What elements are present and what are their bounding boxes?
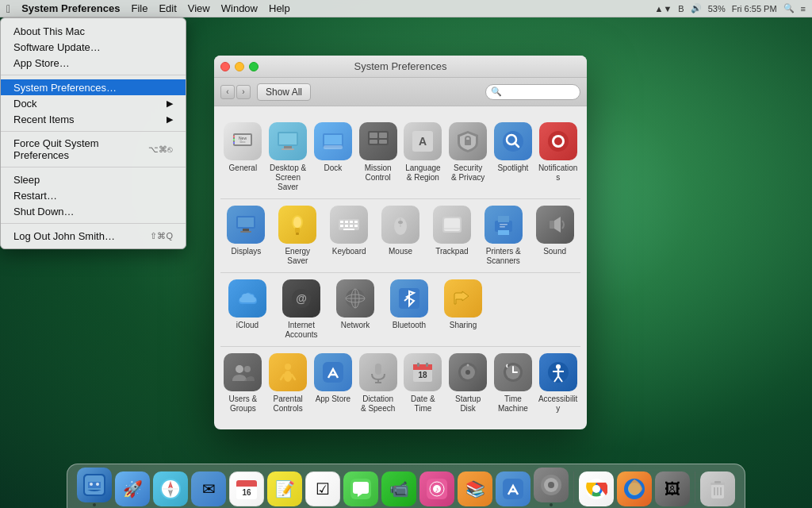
dock-item-itunes[interactable]: ♪ [419, 471, 454, 506]
svg-point-23 [503, 131, 523, 152]
dock-separator-2 [695, 471, 695, 503]
pref-internet[interactable]: @ InternetAccounts [274, 276, 328, 343]
pref-sharing[interactable]: Sharing [436, 276, 490, 333]
dock-item-finder[interactable] [77, 468, 112, 506]
app-name-menu[interactable]: System Preferences [21, 2, 120, 14]
internet-icon: @ [282, 279, 320, 318]
about-this-mac[interactable]: About This Mac [1, 23, 186, 39]
sleep-menu-item[interactable]: Sleep [1, 171, 186, 187]
pref-displays[interactable]: Displays [220, 202, 272, 260]
dock-item-calendar[interactable]: 16 [229, 471, 264, 506]
keyboard-icon [330, 206, 368, 244]
edit-menu[interactable]: Edit [159, 2, 176, 14]
pref-network[interactable]: Network [328, 276, 382, 333]
window-close-button[interactable] [220, 62, 230, 71]
dock-item-reminders[interactable]: ☑ [305, 471, 340, 506]
svg-point-49 [398, 221, 403, 224]
menu-divider-4 [1, 223, 186, 224]
pref-spotlight[interactable]: Spotlight [491, 119, 536, 176]
pref-accessibility[interactable]: Accessibility [535, 350, 580, 417]
dock-item-mail[interactable]: ✉ [191, 471, 226, 506]
svg-rect-32 [240, 231, 251, 233]
pref-desktop[interactable]: Desktop &Screen Saver [266, 119, 311, 195]
pref-language[interactable]: A Language& Region [400, 119, 446, 186]
pref-users[interactable]: Users &Groups [220, 350, 266, 417]
logout-menu-item[interactable]: Log Out John Smith… ⇧⌘Q [1, 228, 186, 244]
window-menu[interactable]: Window [221, 2, 258, 14]
svg-rect-15 [370, 133, 377, 138]
mission-label: MissionControl [365, 164, 392, 183]
dock-item-chrome[interactable] [579, 471, 614, 506]
spotlight-icon[interactable]: 🔍 [783, 3, 795, 13]
pref-dock[interactable]: Dock [311, 119, 356, 176]
svg-rect-3 [233, 139, 235, 140]
dock-item-photos[interactable]: 🖼 [655, 471, 690, 506]
forward-button[interactable]: › [236, 85, 251, 99]
dock-item-ibooks[interactable]: 📚 [458, 471, 492, 506]
dock-item-sysprefs[interactable] [534, 468, 569, 506]
notification-center-icon[interactable]: ≡ [801, 4, 806, 13]
pref-parental[interactable]: ParentalControls [266, 350, 311, 417]
view-menu[interactable]: View [188, 2, 210, 14]
pref-general[interactable]: NewDoc General [220, 119, 266, 176]
menubar:  System Preferences File Edit View Wind… [0, 0, 812, 17]
menu-section-1: About This Mac Software Update… App Stor… [1, 21, 186, 72]
dock-item-safari[interactable] [153, 471, 188, 506]
restart-menu-item[interactable]: Restart… [1, 187, 186, 203]
dock-item-trash[interactable] [700, 471, 735, 506]
language-icon: A [404, 122, 442, 160]
pref-mission[interactable]: MissionControl [355, 119, 400, 186]
svg-point-69 [236, 365, 243, 373]
search-icon: 🔍 [491, 87, 502, 97]
pref-bluetooth[interactable]: Bluetooth [382, 276, 436, 333]
desktop:  System Preferences File Edit View Wind… [0, 0, 812, 508]
software-update[interactable]: Software Update… [1, 39, 186, 55]
help-menu[interactable]: Help [269, 2, 290, 14]
pref-startup[interactable]: StartupDisk [446, 350, 491, 417]
dock-menu-item[interactable]: Dock ▶ [1, 95, 186, 111]
file-menu[interactable]: File [131, 2, 147, 14]
svg-text:18: 18 [419, 371, 428, 379]
show-all-button[interactable]: Show All [257, 83, 311, 101]
back-button[interactable]: ‹ [220, 85, 235, 99]
pref-mouse[interactable]: Mouse [375, 202, 427, 260]
pref-security[interactable]: Security& Privacy [446, 119, 491, 186]
notifications-icon [539, 122, 577, 160]
pref-keyboard[interactable]: Keyboard [324, 202, 375, 260]
timemachine-icon [494, 353, 532, 391]
dock-item-facetime[interactable]: 📹 [381, 471, 416, 506]
svg-point-70 [244, 366, 251, 372]
displays-icon [227, 206, 265, 244]
window-maximize-button[interactable] [249, 62, 259, 71]
pref-energy[interactable]: EnergySaver [272, 202, 324, 269]
pref-printers[interactable]: Printers &Scanners [477, 202, 529, 269]
apple-menu-button[interactable]:  [6, 2, 10, 15]
dock-item-notes[interactable]: 📝 [267, 471, 302, 506]
pref-notifications[interactable]: Notifications [535, 119, 580, 186]
force-quit-menu-item[interactable]: Force Quit System Preferences ⌥⌘⎋ [1, 136, 186, 163]
mission-icon [359, 122, 397, 160]
window-minimize-button[interactable] [235, 62, 244, 71]
dock-item-launchpad[interactable]: 🚀 [115, 471, 150, 506]
menu-divider-1 [1, 75, 186, 75]
system-preferences-menu-item[interactable]: System Preferences… [1, 79, 186, 95]
dock-item-messages[interactable] [343, 471, 378, 506]
pref-timemachine[interactable]: TimeMachine [491, 350, 536, 417]
pref-trackpad[interactable]: Trackpad [426, 202, 477, 260]
sysprefs-dot [550, 503, 553, 506]
pref-appstore2[interactable]: App Store [311, 350, 356, 407]
mouse-icon [381, 206, 419, 244]
app-store[interactable]: App Store… [1, 55, 186, 71]
pref-icloud[interactable]: iCloud [220, 276, 274, 333]
pref-sound[interactable]: Sound [529, 202, 580, 260]
desktop-label: Desktop &Screen Saver [267, 164, 309, 192]
pref-datetime[interactable]: 18 Date & Time [400, 350, 446, 417]
svg-rect-4 [233, 142, 235, 144]
svg-rect-18 [379, 140, 387, 144]
pref-dictation[interactable]: Dictation& Speech [355, 350, 400, 417]
search-box[interactable]: 🔍 [485, 84, 580, 100]
shutdown-menu-item[interactable]: Shut Down… [1, 203, 186, 219]
dock-item-appstore[interactable] [496, 471, 530, 506]
recent-items-menu-item[interactable]: Recent Items ▶ [1, 111, 186, 127]
dock-item-firefox[interactable] [617, 471, 652, 506]
